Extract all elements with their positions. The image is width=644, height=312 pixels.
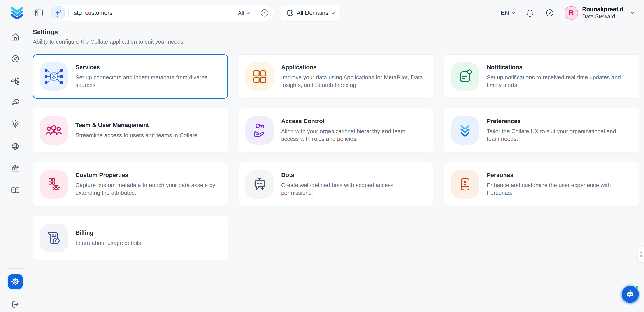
- data-flow-icon: [10, 76, 20, 86]
- settings-page: Settings Ability to configure the Collat…: [31, 26, 644, 312]
- language-dropdown[interactable]: EN: [501, 10, 515, 17]
- settings-card-custom-properties[interactable]: Custom Properties Capture custom metadat…: [33, 162, 228, 206]
- sidebar-item-data-flow[interactable]: [9, 75, 22, 86]
- applications-tile: [245, 62, 274, 91]
- hidden-widget-tab[interactable]: [638, 247, 644, 262]
- help-button[interactable]: ?: [545, 8, 554, 18]
- team-user-tile: [40, 116, 68, 145]
- card-description: Capture custom metadata to enrich your d…: [76, 181, 219, 197]
- settings-card-access-control[interactable]: Access Control Align with your organizat…: [238, 108, 434, 152]
- personas-id-card-icon: [454, 174, 476, 195]
- card-description: Align with your organizational hierarchy…: [281, 127, 425, 143]
- custom-properties-tile: [40, 170, 68, 199]
- search-scope-label: All: [238, 10, 244, 17]
- sidebar-item-settings-active[interactable]: [8, 274, 22, 289]
- search-input[interactable]: [74, 10, 238, 17]
- avatar: R: [564, 6, 578, 20]
- settings-card-services[interactable]: Services Set up connectors and ingest me…: [33, 54, 228, 99]
- panel-toggle-icon: [34, 9, 44, 17]
- page-title: Settings: [33, 29, 639, 36]
- bots-robot-icon: [249, 174, 270, 195]
- all-domains-label: All Domains: [297, 10, 328, 17]
- sidebar-item-governance[interactable]: [9, 163, 22, 174]
- sidebar-item-domains[interactable]: [9, 141, 22, 152]
- notifications-bell-button[interactable]: [525, 8, 535, 18]
- page-subtitle: Ability to configure the Collate applica…: [33, 38, 639, 45]
- card-description: Enhance and customize the user experienc…: [487, 181, 630, 197]
- settings-card-applications[interactable]: Applications Improve your data using App…: [238, 54, 434, 99]
- notifications-alert-icon: [454, 66, 476, 87]
- access-control-key-icon: [249, 120, 270, 141]
- card-title: Applications: [281, 64, 425, 71]
- card-title: Custom Properties: [76, 172, 219, 179]
- user-name: Rounakpreet.d: [582, 6, 624, 13]
- globe-icon: [287, 10, 294, 17]
- all-domains-dropdown[interactable]: All Domains: [281, 5, 340, 21]
- avatar-initial: R: [569, 9, 574, 17]
- chevron-down-icon: [512, 12, 515, 14]
- logout-button[interactable]: [10, 299, 21, 310]
- home-icon: [10, 32, 20, 42]
- sidebar-toggle-button[interactable]: [34, 9, 44, 17]
- access-control-tile: [245, 116, 274, 145]
- settings-cards-grid: Services Set up connectors and ingest me…: [33, 54, 639, 260]
- divider: [7, 268, 24, 269]
- user-menu[interactable]: R Rounakpreet.d Data Steward: [564, 6, 634, 20]
- ai-sparkle-chip[interactable]: [52, 6, 64, 20]
- card-description: Streamline access to users and teams in …: [76, 131, 199, 139]
- bots-tile: [245, 170, 274, 199]
- logout-icon: [10, 299, 20, 309]
- collate-logo-icon[interactable]: [10, 6, 24, 20]
- billing-receipt-icon: $: [43, 228, 64, 249]
- divider: [68, 9, 69, 17]
- user-role: Data Steward: [582, 13, 624, 20]
- preferences-collate-icon: [454, 120, 476, 141]
- sidebar-item-observability[interactable]: [9, 97, 22, 108]
- observability-lens-icon: [10, 97, 20, 108]
- chevron-down-icon: [246, 12, 250, 14]
- svg-text:$: $: [55, 239, 57, 243]
- settings-gear-icon: [11, 277, 20, 286]
- chat-online-status-dot: [636, 286, 638, 288]
- custom-properties-icon: [43, 174, 64, 195]
- billing-tile: $: [40, 224, 68, 252]
- card-description: Learn about usage details: [76, 239, 141, 247]
- help-question-icon: ?: [546, 9, 554, 17]
- settings-card-preferences[interactable]: Preferences Tailor the Collate UX to sui…: [444, 108, 639, 152]
- sidebar-item-glossary[interactable]: [9, 185, 22, 195]
- card-description: Set up notifications to received real-ti…: [487, 74, 630, 89]
- sparkle-icon: [53, 8, 63, 18]
- explore-compass-icon: [10, 54, 20, 64]
- services-network-icon: [43, 66, 64, 87]
- card-description: Improve your data using Applications for…: [281, 74, 425, 89]
- clear-search-icon[interactable]: [260, 9, 268, 17]
- search-scope-dropdown[interactable]: All: [238, 10, 250, 17]
- global-search-bar[interactable]: All: [50, 5, 274, 21]
- sidebar-item-home[interactable]: [9, 32, 22, 42]
- settings-card-billing[interactable]: $ Billing Learn about usage details: [33, 216, 228, 260]
- glossary-book-icon: [10, 185, 20, 195]
- language-label: EN: [501, 10, 509, 17]
- settings-card-personas[interactable]: Personas Enhance and customize the user …: [444, 162, 639, 206]
- settings-card-notifications[interactable]: Notifications Set up notifications to re…: [444, 54, 639, 99]
- personas-tile: [451, 170, 479, 199]
- team-users-icon: [43, 120, 64, 141]
- card-description: Tailor the Collate UX to suit your organ…: [487, 127, 630, 143]
- chat-bot-icon: [625, 289, 635, 299]
- sidebar-item-insights[interactable]: [9, 119, 22, 130]
- notifications-tile: [451, 62, 479, 91]
- sidebar-item-explore[interactable]: [9, 54, 22, 64]
- settings-card-team-user-management[interactable]: Team & User Management Streamline access…: [33, 108, 228, 152]
- chevron-down-icon: [630, 12, 634, 14]
- preferences-tile: [451, 116, 479, 145]
- card-title: Team & User Management: [76, 122, 199, 129]
- card-description: Set up connectors and ingest metadata fr…: [76, 74, 219, 89]
- card-title: Personas: [487, 172, 630, 179]
- card-title: Billing: [76, 230, 141, 236]
- domains-globe-icon: [10, 141, 20, 151]
- widget-glyph-icon: [638, 251, 644, 258]
- left-nav-sidebar: [0, 26, 31, 312]
- topbar: All All Domains EN: [0, 0, 644, 26]
- services-tile: [40, 62, 68, 91]
- settings-card-bots[interactable]: Bots Create well-defined bots with scope…: [238, 162, 434, 206]
